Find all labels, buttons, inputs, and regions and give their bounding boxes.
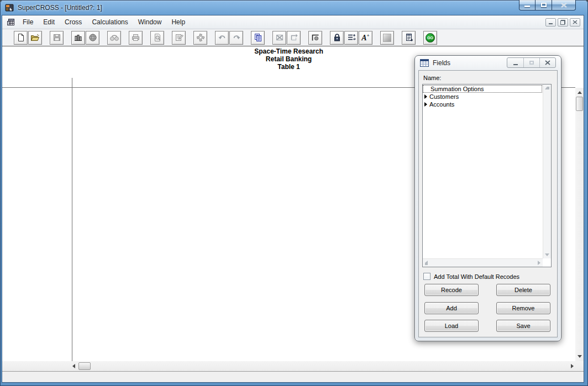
list-item-customers[interactable]: Customers (423, 93, 542, 101)
load-button[interactable]: Load (424, 320, 479, 332)
checkbox-unchecked-icon[interactable] (423, 273, 431, 280)
letter-a-plus-icon: A+ (361, 33, 369, 42)
recode-button[interactable]: Recode (424, 284, 479, 296)
save-button[interactable] (50, 31, 64, 45)
minimize-icon (524, 6, 530, 7)
table-x-icon (275, 33, 284, 42)
list-item-summation-options[interactable]: Summation Options (423, 85, 542, 93)
scroll-up-icon[interactable] (578, 91, 582, 94)
font-size-button[interactable]: A+ (359, 31, 372, 45)
minimize-button[interactable] (519, 0, 536, 10)
fields-minimize-button[interactable] (507, 58, 523, 67)
redo-button[interactable] (229, 31, 243, 45)
delete-table-button[interactable] (272, 31, 286, 45)
fields-minimize-icon (513, 64, 518, 65)
totals-button[interactable] (308, 31, 322, 45)
table-column-gridline (72, 78, 72, 361)
fields-maximize-button[interactable] (523, 58, 539, 67)
supercross-window: SuperCROSS - [Untitled?: 1] (0, 0, 588, 386)
mdi-window-controls (545, 18, 580, 27)
list-item-label: Accounts (429, 101, 454, 108)
fields-dialog-title-bar[interactable]: Fields (415, 56, 561, 70)
copy-button[interactable] (251, 31, 265, 45)
close-icon (561, 3, 567, 8)
scroll-down-icon[interactable] (578, 355, 582, 358)
mdi-close-icon (573, 20, 578, 24)
mdi-minimize-icon (549, 23, 553, 24)
print-preview-button[interactable] (150, 31, 164, 45)
menu-cross[interactable]: Cross (60, 15, 87, 29)
maximize-icon (541, 3, 547, 7)
menu-calculations[interactable]: Calculations (87, 15, 133, 29)
add-button[interactable]: Add (424, 302, 479, 314)
delete-button[interactable]: Delete (496, 284, 550, 296)
heading-line-1: Space-Time Research (2, 47, 575, 55)
edit-report-button[interactable] (172, 31, 186, 45)
bar-chart-icon (74, 33, 83, 42)
fields-list[interactable]: Summation Options Customers Accounts (422, 84, 552, 267)
horizontal-scrollbar[interactable] (2, 361, 584, 371)
name-label: Name: (423, 75, 441, 81)
scroll-up-icon[interactable] (545, 87, 549, 89)
menu-window[interactable]: Window (133, 15, 167, 29)
printer-icon (131, 33, 140, 42)
list-item-accounts[interactable]: Accounts (423, 101, 542, 108)
find-button[interactable] (107, 31, 121, 45)
open-button[interactable] (28, 31, 42, 45)
menu-file[interactable]: File (18, 15, 38, 29)
derivations-button[interactable] (344, 31, 358, 45)
vertical-scrollbar-thumb[interactable] (576, 97, 583, 111)
mdi-minimize-button[interactable] (545, 18, 556, 27)
lock-button[interactable] (330, 31, 344, 45)
vertical-scrollbar[interactable] (575, 88, 584, 361)
padlock-icon (333, 33, 341, 42)
expand-arrow-icon[interactable] (424, 94, 427, 99)
menu-help[interactable]: Help (166, 15, 190, 29)
undo-button[interactable] (215, 31, 229, 45)
list-plus-minus-icon (347, 33, 356, 42)
scroll-left-icon[interactable] (72, 364, 75, 368)
rotate-table-button[interactable] (287, 31, 301, 45)
scroll-right-icon[interactable] (571, 364, 574, 368)
print-button[interactable] (129, 31, 143, 45)
fields-dialog[interactable]: Fields Name: Summation Options (414, 55, 561, 341)
annotation-button[interactable] (402, 31, 416, 45)
list-item-label: Summation Options (431, 86, 484, 92)
sphere-icon (88, 33, 97, 42)
blank-page-icon (17, 33, 25, 42)
bar-chart-button[interactable] (71, 31, 85, 45)
scroll-down-icon[interactable] (545, 253, 549, 256)
floppy-disk-icon (53, 33, 61, 42)
page-magnifier-icon (153, 33, 162, 42)
list-item-label: Customers (429, 93, 459, 100)
menu-bar: File Edit Cross Calculations Window Help (2, 15, 584, 29)
menu-edit[interactable]: Edit (38, 15, 60, 29)
scroll-right-icon[interactable] (538, 261, 540, 265)
gray-gradient-icon (383, 34, 391, 42)
expand-arrow-icon[interactable] (424, 102, 427, 107)
mdi-restore-button[interactable] (558, 18, 568, 27)
options-button[interactable] (193, 31, 207, 45)
fields-close-icon (545, 60, 550, 65)
fields-list-items: Summation Options Customers Accounts (423, 85, 542, 108)
close-button[interactable] (552, 0, 576, 10)
fields-list-vertical-scrollbar[interactable] (543, 84, 551, 258)
fields-dialog-controls (507, 57, 556, 68)
new-button[interactable] (14, 31, 28, 45)
fields-list-horizontal-scrollbar[interactable] (423, 258, 543, 267)
mdi-close-button[interactable] (570, 18, 580, 27)
remove-button[interactable]: Remove (496, 302, 550, 314)
horizontal-scrollbar-thumb[interactable] (78, 362, 91, 370)
go-button[interactable]: GO (423, 31, 437, 45)
maximize-button[interactable] (536, 0, 552, 10)
save-fields-button[interactable]: Save (496, 320, 550, 332)
scroll-left-icon[interactable] (425, 261, 428, 265)
shading-button[interactable] (380, 31, 394, 45)
status-bar (2, 371, 584, 382)
undo-arrow-icon (218, 34, 227, 41)
fields-close-button[interactable] (539, 58, 555, 67)
sphere-button[interactable] (86, 31, 99, 45)
title-bar[interactable]: SuperCROSS - [Untitled?: 1] (0, 0, 588, 15)
open-folder-icon (30, 33, 40, 42)
add-total-checkbox-row[interactable]: Add Total With Default Recodes (423, 273, 519, 280)
